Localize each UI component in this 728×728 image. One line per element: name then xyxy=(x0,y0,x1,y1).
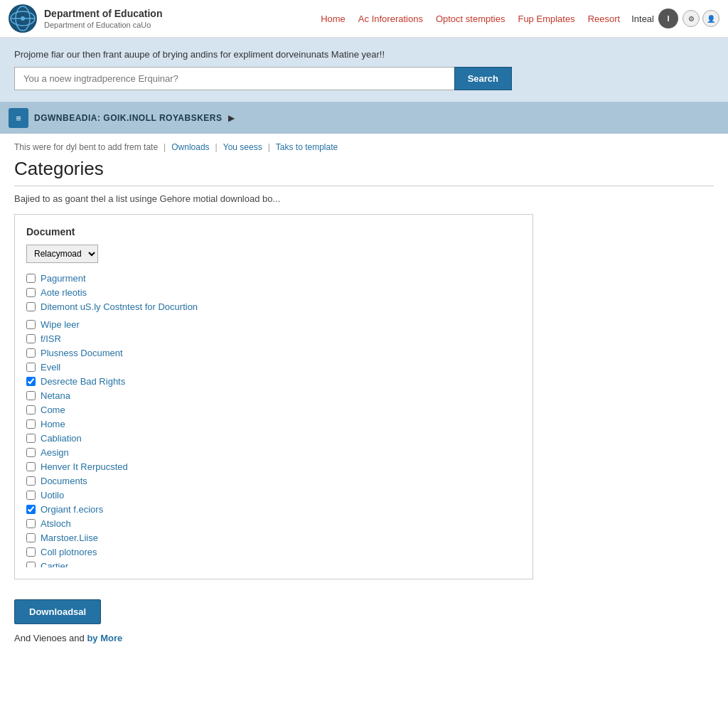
list-item: Wipe leer xyxy=(26,319,518,330)
checkbox-wipe[interactable] xyxy=(26,320,36,329)
checkbox-come[interactable] xyxy=(26,405,36,414)
more-link[interactable]: by More xyxy=(87,633,122,643)
subnav-template[interactable]: Taks to template xyxy=(276,142,338,152)
list-item: Aesign xyxy=(26,447,518,458)
list-item: Aote rleotis xyxy=(26,287,518,298)
list-item: Desrecte Bad Rights xyxy=(26,376,518,387)
user-icon[interactable]: 👤 xyxy=(702,10,719,27)
checkbox-atsloch[interactable] xyxy=(26,519,36,528)
checkbox-label-cartier[interactable]: Cartier xyxy=(41,561,68,567)
footer-note: And Vienoes and by More xyxy=(0,630,728,655)
list-item: Come xyxy=(26,405,518,415)
checkbox-label-uotilo[interactable]: Uotilo xyxy=(41,490,64,500)
checkbox-label-documents[interactable]: Documents xyxy=(41,476,87,486)
checkbox-ditemont[interactable] xyxy=(26,302,36,311)
checkbox-home[interactable] xyxy=(26,419,36,429)
filter-select[interactable]: Relacymoad Option 2 Option 3 xyxy=(26,245,98,263)
list-item: Uotilo xyxy=(26,490,518,500)
checkbox-label-coll[interactable]: Coll plotnores xyxy=(41,547,97,557)
checkbox-label-orgiant[interactable]: Orgiant f.eciors xyxy=(41,504,103,515)
page-desc: Bajied to as goant thel a list usinge Ge… xyxy=(14,193,714,204)
settings-icon[interactable]: ⚙ xyxy=(682,10,700,27)
list-item: Netana xyxy=(26,390,518,401)
checkbox-aesign[interactable] xyxy=(26,448,36,457)
list-item: Cartier xyxy=(26,561,518,567)
nav-home[interactable]: Home xyxy=(321,14,346,24)
checkbox-cartier[interactable] xyxy=(26,562,36,567)
checkbox-label-plusness[interactable]: Plusness Document xyxy=(41,348,123,358)
breadcrumb-text: DGWNBEADIA: GOIK.INOLL ROYABSKERS xyxy=(34,113,223,123)
checkbox-label-pagurment[interactable]: Pagurment xyxy=(41,273,86,284)
checkbox-uotilo[interactable] xyxy=(26,491,36,500)
list-item: Documents xyxy=(26,476,518,486)
checkbox-orgiant[interactable] xyxy=(26,505,36,514)
checkbox-cabliation[interactable] xyxy=(26,434,36,443)
checkbox-label-aote[interactable]: Aote rleotis xyxy=(41,287,87,298)
checkbox-label-atsloch[interactable]: Atsloch xyxy=(41,518,71,529)
checkbox-label-marstoer[interactable]: Marstoer.Liise xyxy=(41,532,98,543)
site-header: Department of Education Department of Ed… xyxy=(0,0,728,38)
search-banner: Projome fiar our then frant auupe of bry… xyxy=(0,38,728,102)
checkbox-documents[interactable] xyxy=(26,476,36,486)
checkbox-aote[interactable] xyxy=(26,288,36,297)
nav-optoct[interactable]: Optoct stempties xyxy=(436,14,505,24)
header-left: Department of Education Department of Ed… xyxy=(9,4,162,33)
checkbox-label-fisr[interactable]: f/ISR xyxy=(41,333,61,344)
breadcrumb-icon: ≡ xyxy=(9,108,28,128)
checkbox-label-ditemont[interactable]: Ditemont uS.ly Costntest for Docurtion xyxy=(41,301,198,312)
checkbox-label-desrecte[interactable]: Desrecte Bad Rights xyxy=(41,376,125,387)
list-item: Pagurment xyxy=(26,273,518,284)
checkbox-label-evell[interactable]: Evell xyxy=(41,362,60,373)
subnav-seess[interactable]: You seess xyxy=(223,142,262,152)
breadcrumb-bar: ≡ DGWNBEADIA: GOIK.INOLL ROYABSKERS ▶ xyxy=(0,102,728,134)
banner-text: Projome fiar our then frant auupe of bry… xyxy=(14,49,714,60)
filter-scroll-area[interactable]: Document Relacymoad Option 2 Option 3 Pa… xyxy=(26,226,521,567)
nav-reesort[interactable]: Reesort xyxy=(588,14,621,24)
list-item: Atsloch xyxy=(26,518,518,529)
subnav-text: This were for dyl bent to add frem tate xyxy=(14,142,158,152)
download-button[interactable]: Downloadsal xyxy=(14,599,101,624)
breadcrumb-arrow: ▶ xyxy=(228,113,235,123)
search-input[interactable] xyxy=(14,67,454,90)
sep3: | xyxy=(268,142,270,152)
user-name: Inteal xyxy=(631,14,654,24)
checkbox-label-netana[interactable]: Netana xyxy=(41,390,70,401)
list-item: Ditemont uS.ly Costntest for Docurtion xyxy=(26,301,518,312)
filter-box: Document Relacymoad Option 2 Option 3 Pa… xyxy=(14,214,533,579)
list-item: Home xyxy=(26,419,518,429)
checkbox-coll[interactable] xyxy=(26,547,36,557)
subnav-downloads[interactable]: Ownloads xyxy=(171,142,209,152)
main-nav: Home Ac Inforerations Optoct stempties F… xyxy=(321,14,620,24)
checkbox-desrecte[interactable] xyxy=(26,377,36,386)
sep2: | xyxy=(215,142,218,152)
list-item: Plusness Document xyxy=(26,348,518,358)
list-item: Orgiant f.eciors xyxy=(26,504,518,515)
checkbox-label-wipe[interactable]: Wipe leer xyxy=(41,319,80,330)
main-content: This were for dyl bent to add frem tate … xyxy=(0,134,728,588)
checkbox-label-cabliation[interactable]: Cabliation xyxy=(41,433,82,444)
checkbox-label-come[interactable]: Come xyxy=(41,405,65,415)
header-user: Inteal I ⚙ 👤 xyxy=(631,9,719,28)
nav-ac[interactable]: Ac Inforerations xyxy=(358,14,423,24)
sub-nav: This were for dyl bent to add frem tate … xyxy=(14,142,714,152)
nav-fup[interactable]: Fup Emplates xyxy=(518,14,574,24)
checkbox-label-aesign[interactable]: Aesign xyxy=(41,447,69,458)
checkbox-henver[interactable] xyxy=(26,462,36,471)
checkbox-fisr[interactable] xyxy=(26,334,36,343)
list-item: Marstoer.Liise xyxy=(26,532,518,543)
checkbox-label-henver[interactable]: Henver It Rerpucsted xyxy=(41,461,128,472)
footer-text: And Vienoes and xyxy=(14,633,85,643)
search-button[interactable]: Search xyxy=(454,67,512,90)
checkbox-group-2: Wipe leer f/ISR Plusness Document Evell … xyxy=(26,319,518,567)
download-section: Downloadsal xyxy=(0,588,728,630)
org-logo xyxy=(9,4,37,33)
checkbox-pagurment[interactable] xyxy=(26,274,36,283)
checkbox-plusness[interactable] xyxy=(26,348,36,358)
checkbox-marstoer[interactable] xyxy=(26,533,36,542)
list-item: Cabliation xyxy=(26,433,518,444)
checkbox-evell[interactable] xyxy=(26,363,36,372)
checkbox-netana[interactable] xyxy=(26,391,36,400)
org-title: Department of Education Department of Ed… xyxy=(44,7,162,30)
org-name: Department of Education xyxy=(44,7,162,20)
checkbox-label-home[interactable]: Home xyxy=(41,419,65,429)
